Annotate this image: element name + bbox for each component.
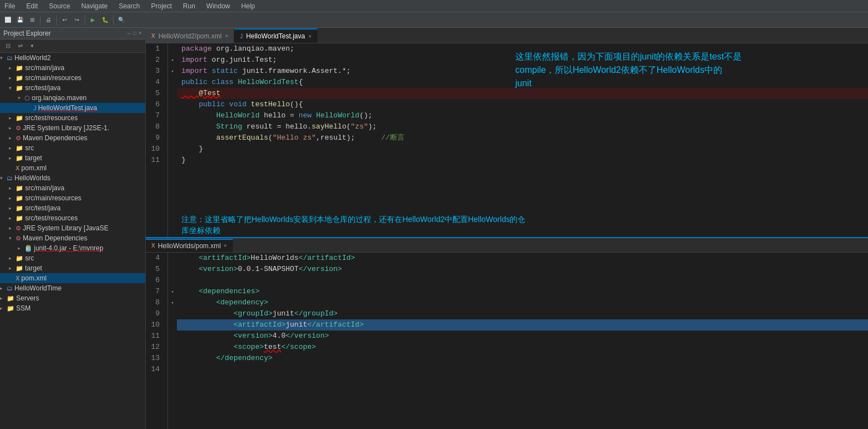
menu-window[interactable]: Window xyxy=(204,1,233,11)
toolbar-sep-1 xyxy=(40,15,41,25)
hw-maven-deps-icon: ⚙ xyxy=(16,235,21,242)
sidebar-close-btn[interactable]: × xyxy=(139,31,142,37)
project-helloworlds[interactable]: ▾ 🗂 HelloWorlds xyxy=(0,173,145,183)
toolbar-debug-btn[interactable]: 🐛 xyxy=(100,14,111,26)
src-folder-icon: 📁 xyxy=(16,65,23,72)
hw-src-test-icon: 📁 xyxy=(16,205,23,212)
jre-icon: ⚙ xyxy=(16,125,21,132)
sidebar-item-hw-src-test-res[interactable]: ▸ 📁 src/test/resources xyxy=(0,213,145,223)
tree-arrow-jre: ▸ xyxy=(9,125,16,131)
bottom-tab-close[interactable]: × xyxy=(224,243,227,249)
src-main-java-label: src/main/java xyxy=(25,64,65,72)
sidebar-item-src-main-resources[interactable]: ▸ 📁 src/main/resources xyxy=(0,73,145,83)
project-helloworld2-label: HelloWorld2 xyxy=(14,54,51,62)
sidebar-item-hw-src[interactable]: ▸ 📁 src xyxy=(0,253,145,263)
sidebar-collapse-all-btn[interactable]: ⊟ xyxy=(2,41,13,52)
sidebar-item-src-test-java[interactable]: ▾ 📁 src/test/java xyxy=(0,83,145,93)
tab-pom-xml-close[interactable]: × xyxy=(225,33,228,39)
menu-edit[interactable]: Edit xyxy=(24,1,40,11)
tree-arrow-target: ▸ xyxy=(9,155,16,161)
project-helloworldtime-label: HelloWorldTime xyxy=(14,284,62,292)
tab-pom-xml[interactable]: X HelloWorld2/pom.xml × xyxy=(146,28,234,43)
sidebar-item-junit-jar[interactable]: ▸ 🫙 junit-4.0.jar - E:\mvnrep xyxy=(0,243,145,253)
menu-run[interactable]: Run xyxy=(181,1,198,11)
toolbar-undo-btn[interactable]: ↩ xyxy=(59,14,70,26)
bottom-tabs-bar: X HelloWorlds/pom.xml × xyxy=(146,238,868,253)
project-servers[interactable]: ▸ 📁 Servers xyxy=(0,293,145,303)
hw-src-main-res-label: src/main/resources xyxy=(25,194,81,202)
sidebar-menu-btn[interactable]: ▾ xyxy=(27,41,38,52)
servers-icon: 📁 xyxy=(7,295,14,302)
top-gutter: ▾ ▾ xyxy=(168,43,177,237)
sidebar-item-src-test-resources[interactable]: ▸ 📁 src/test/resources xyxy=(0,113,145,123)
tree-arrow-test-file xyxy=(27,105,33,111)
java-file-icon: J xyxy=(33,105,37,111)
bottom-code-line-14 xyxy=(177,364,868,375)
folder-icon: 📁 xyxy=(16,75,23,82)
bottom-code-line-9: <groupId>junit</groupId> xyxy=(177,308,868,319)
sidebar-toolbar: ⊟ ⇌ ▾ xyxy=(0,40,145,53)
xml-icon-2: X xyxy=(16,275,19,282)
tab-helloworld-test[interactable]: J HelloWorldTest.java × xyxy=(234,28,318,43)
sidebar-item-hw-src-main-res[interactable]: ▸ 📁 src/main/resources xyxy=(0,193,145,203)
sidebar-content[interactable]: ▾ 🗂 HelloWorld2 ▸ 📁 src/main/java ▸ 📁 sr… xyxy=(0,53,145,429)
sidebar-item-hw-src-test-java[interactable]: ▸ 📁 src/test/java xyxy=(0,203,145,213)
toolbar-print-btn[interactable]: 🖨 xyxy=(43,14,54,26)
toolbar-new-btn[interactable]: ⬜ xyxy=(2,14,13,26)
sidebar-link-editor-btn[interactable]: ⇌ xyxy=(14,41,26,52)
bottom-line-numbers: 4 5 6 7 8 9 10 11 12 13 14 xyxy=(146,253,168,429)
sidebar-item-hw-target[interactable]: ▸ 📁 target xyxy=(0,263,145,273)
tree-arrow-helloworlds: ▾ xyxy=(0,175,7,181)
top-tabs-bar: X HelloWorld2/pom.xml × J HelloWorldTest… xyxy=(146,28,868,43)
sidebar-minimize-btn[interactable]: — xyxy=(127,31,131,37)
menu-navigate[interactable]: Navigate xyxy=(79,1,110,11)
project-helloworld2[interactable]: ▾ 🗂 HelloWorld2 xyxy=(0,53,145,63)
bottom-code-line-11: <version>4.0</version> xyxy=(177,331,868,342)
sidebar-maximize-btn[interactable]: □ xyxy=(133,31,136,37)
sidebar-item-maven-deps[interactable]: ▸ ⚙ Maven Dependencies xyxy=(0,133,145,143)
sidebar-item-hw-jre[interactable]: ▸ ⚙ JRE System Library [JavaSE xyxy=(0,223,145,233)
sidebar-item-target[interactable]: ▸ 📁 target xyxy=(0,153,145,163)
editor-panes: 1 2 3 4 5 6 7 8 9 10 11 ▾ ▾ xyxy=(146,43,868,429)
menu-file[interactable]: File xyxy=(2,1,17,11)
hw-src-folder-icon: 📁 xyxy=(16,255,23,262)
menu-search[interactable]: Search xyxy=(116,1,142,11)
toolbar-search-btn[interactable]: 🔍 xyxy=(116,14,127,26)
menu-source[interactable]: Source xyxy=(47,1,72,11)
folder-icon-3: 📁 xyxy=(16,145,23,152)
menu-project[interactable]: Project xyxy=(149,1,174,11)
folder-icon-2: 📁 xyxy=(16,115,23,122)
menu-help[interactable]: Help xyxy=(239,1,258,11)
sidebar-item-hw-src-main-java[interactable]: ▸ 📁 src/main/java xyxy=(0,183,145,193)
sidebar-item-src[interactable]: ▸ 📁 src xyxy=(0,143,145,153)
toolbar-run-btn[interactable]: ▶ xyxy=(87,14,98,26)
project-icon-3: 🗂 xyxy=(7,285,13,292)
hw-jre-icon: ⚙ xyxy=(16,225,21,232)
hw-src-icon: 📁 xyxy=(16,185,23,192)
top-bottom-note: 注意：这里省略了把HelloWorlds安装到本地仓库的过程，还有在HelloW… xyxy=(177,213,868,237)
project-ssm[interactable]: ▸ 📁 SSM xyxy=(0,303,145,313)
sidebar-item-src-main-java[interactable]: ▸ 📁 src/main/java xyxy=(0,63,145,73)
bottom-code-content[interactable]: <artifactId>HelloWorlds</artifactId> <ve… xyxy=(177,253,868,429)
tab-helloworld-test-close[interactable]: × xyxy=(308,33,312,40)
code-line-2: import org.junit.Test; xyxy=(177,55,868,66)
toolbar-save-all-btn[interactable]: ⊞ xyxy=(27,14,38,26)
sidebar-item-helloworld-test[interactable]: J HelloWorldTest.java xyxy=(0,103,145,113)
tab-helloworlds-pom[interactable]: X HelloWorlds/pom.xml × xyxy=(146,239,233,252)
bottom-tab-helloworlds-pom-label: HelloWorlds/pom.xml xyxy=(158,242,221,250)
top-editor-pane: 1 2 3 4 5 6 7 8 9 10 11 ▾ ▾ xyxy=(146,43,868,238)
hw-src-test-res-label: src/test/resources xyxy=(25,214,78,222)
bottom-note-text: 注意：这里省略了把HelloWorlds安装到本地仓库的过程，还有在HelloW… xyxy=(181,215,525,235)
tree-arrow-src-test-res: ▸ xyxy=(9,115,16,121)
sidebar-item-package[interactable]: ▾ ⬡ org.lanqiao.maven xyxy=(0,93,145,103)
code-line-11: } xyxy=(177,155,868,166)
sidebar-item-pom-xml-2[interactable]: X pom.xml xyxy=(0,273,145,283)
top-code-content[interactable]: package org.lanqiao.maven; import org.ju… xyxy=(177,43,868,237)
sidebar-item-jre[interactable]: ▸ ⚙ JRE System Library [J2SE-1. xyxy=(0,123,145,133)
toolbar-redo-btn[interactable]: ↪ xyxy=(71,14,82,26)
sidebar-item-hw-maven-deps[interactable]: ▾ ⚙ Maven Dependencies xyxy=(0,233,145,243)
jre-label: JRE System Library [J2SE-1. xyxy=(23,124,109,132)
toolbar-save-btn[interactable]: 💾 xyxy=(14,14,26,26)
project-helloworldtime[interactable]: ▸ 🗂 HelloWorldTime xyxy=(0,283,145,293)
sidebar-item-pom-xml-1[interactable]: X pom.xml xyxy=(0,163,145,173)
